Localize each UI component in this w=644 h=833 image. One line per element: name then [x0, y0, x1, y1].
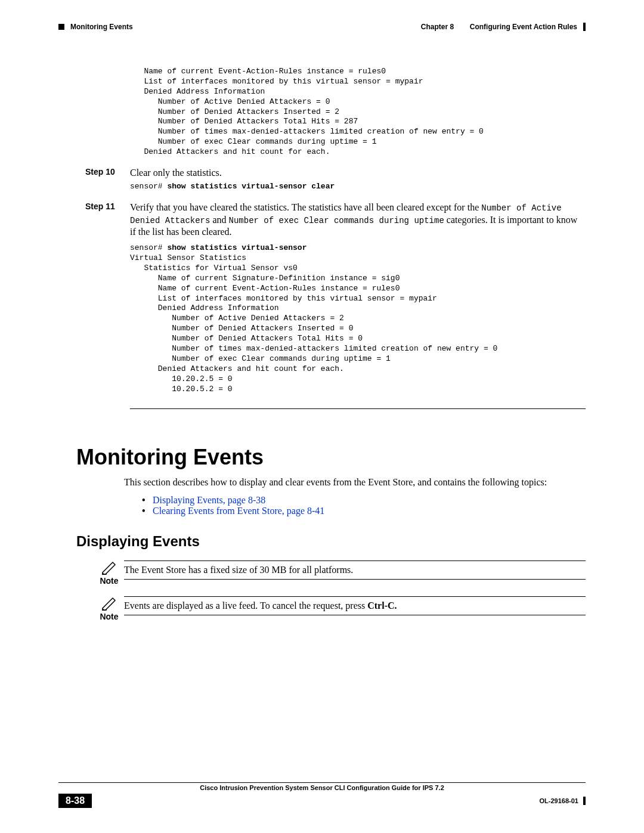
step-10-prompt: sensor# [130, 182, 167, 191]
step-11-output: Virtual Sensor Statistics Statistics for… [130, 253, 586, 394]
step-label-10: Step 10 [85, 167, 130, 192]
step-10-text: Clear only the statistics. [130, 168, 222, 178]
note-2-text-a: Events are displayed as a live feed. To … [124, 600, 367, 611]
header-bar-icon [583, 23, 586, 31]
note-1-text: The Event Store has a fixed size of 30 M… [124, 565, 586, 575]
code-output-block-1: Name of current Event-Action-Rules insta… [130, 67, 586, 157]
heading-monitoring-events: Monitoring Events [76, 445, 586, 470]
note-divider-top [124, 596, 586, 597]
list-item: Clearing Events from Event Store, page 8… [142, 506, 586, 516]
divider [130, 408, 586, 409]
page-header: Monitoring Events Chapter 8 Configuring … [58, 23, 586, 31]
note-divider-top [124, 561, 586, 561]
heading-displaying-events: Displaying Events [76, 533, 586, 550]
step-11-prompt: sensor# [130, 243, 167, 252]
list-item: Displaying Events, page 8-38 [142, 495, 586, 506]
header-section: Monitoring Events [70, 23, 133, 31]
page-number-badge: 8-38 [58, 794, 92, 808]
header-chapter-title: Configuring Event Action Rules [470, 23, 577, 31]
step-label-11: Step 11 [85, 202, 130, 395]
pencil-icon [101, 561, 117, 575]
step-11-mid1: and [210, 215, 228, 225]
link-clearing-events[interactable]: Clearing Events from Event Store, page 8… [153, 506, 324, 516]
note-label-2: Note [100, 612, 118, 621]
step-11-cmd: show statistics virtual-sensor [167, 243, 306, 252]
note-label-1: Note [100, 576, 118, 586]
note-2-bold: Ctrl-C. [367, 600, 397, 611]
step-11-inline2: Number of exec Clear commands during upt… [229, 216, 444, 225]
note-divider-bottom [124, 615, 586, 615]
note-block-2: Note Events are displayed as a live feed… [94, 596, 586, 621]
header-chapter-label: Chapter 8 [421, 23, 454, 31]
step-10-cmd: show statistics virtual-sensor clear [167, 182, 335, 191]
footer-doc-title: Cisco Intrusion Prevention System Sensor… [200, 784, 444, 791]
intro-paragraph: This section describes how to display an… [124, 476, 586, 489]
header-marker-icon [58, 24, 64, 30]
note-divider-bottom [124, 579, 586, 580]
pencil-icon [101, 596, 117, 611]
step-11-text-a: Verify that you have cleared the statist… [130, 202, 481, 212]
footer-bar-icon [583, 797, 586, 805]
note-block-1: Note The Event Store has a fixed size of… [94, 561, 586, 586]
footer-doc-id: OL-29168-01 [540, 797, 578, 804]
page-footer: Cisco Intrusion Prevention System Sensor… [58, 782, 586, 808]
link-displaying-events[interactable]: Displaying Events, page 8-38 [153, 495, 265, 505]
